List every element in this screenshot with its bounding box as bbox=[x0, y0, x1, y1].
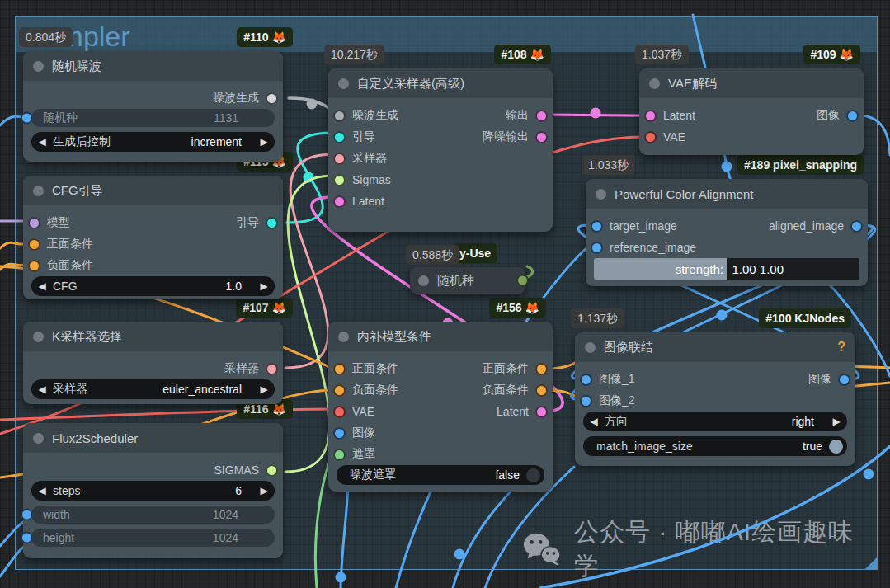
input-slot-dot-icon[interactable] bbox=[591, 242, 603, 254]
output-slot[interactable]: aligned_image bbox=[769, 219, 863, 233]
input-slot[interactable]: 图像_1 bbox=[580, 372, 635, 387]
input-slot-dot-icon[interactable] bbox=[333, 449, 346, 461]
input-slot[interactable]: VAE bbox=[333, 405, 374, 418]
input-slot[interactable]: Latent bbox=[333, 195, 384, 208]
node-graph-canvas[interactable]: Sampler 公众号 · 嘟嘟AI绘画趣味学 #110 🦊0.804秒#115… bbox=[0, 0, 890, 588]
combo-next-icon[interactable]: ▶ bbox=[253, 383, 275, 395]
node-titlebar[interactable]: 内补模型条件 bbox=[328, 322, 553, 351]
input-slot[interactable]: 正面条件 bbox=[333, 361, 398, 376]
input-slot-dot-icon[interactable] bbox=[580, 374, 592, 386]
input-slot[interactable]: reference_image bbox=[591, 241, 696, 254]
node-titlebar[interactable]: 自定义采样器(高级) bbox=[328, 68, 553, 98]
output-slot[interactable]: 采样器 bbox=[224, 361, 278, 376]
node-inpaint-model-conditioning[interactable]: 内补模型条件正面条件正面条件负面条件负面条件VAELatent图像遮罩噪波遮罩f… bbox=[328, 322, 553, 492]
output-slot[interactable]: 图像 bbox=[817, 108, 859, 123]
input-slot-dot-icon[interactable] bbox=[644, 131, 657, 143]
input-slot-dot-icon[interactable] bbox=[580, 395, 592, 407]
node-titlebar[interactable]: K采样器选择 bbox=[23, 322, 283, 351]
number-widget-height[interactable]: height1024 bbox=[31, 529, 275, 547]
input-slot[interactable]: 正面条件 bbox=[28, 237, 93, 252]
input-slot[interactable]: 噪波生成 bbox=[333, 108, 398, 123]
combo-widget-采样器[interactable]: ◀采样器euler_ancestral▶ bbox=[31, 379, 275, 399]
input-slot[interactable]: 引导 bbox=[333, 129, 375, 144]
input-slot-dot-icon[interactable] bbox=[21, 112, 33, 125]
node-seed-collapsed[interactable]: 随机种 bbox=[410, 267, 525, 294]
combo-widget-方向[interactable]: ◀方向right▶ bbox=[583, 412, 847, 431]
collapse-dot-icon[interactable] bbox=[338, 78, 349, 89]
number-widget-width[interactable]: width1024 bbox=[31, 506, 275, 524]
input-slot[interactable]: Latent bbox=[644, 109, 695, 122]
combo-widget-CFG[interactable]: ◀CFG1.0▶ bbox=[31, 276, 275, 296]
node-titlebar[interactable]: CFG引导 bbox=[23, 176, 283, 205]
input-slot[interactable]: 模型 bbox=[28, 215, 70, 230]
combo-next-icon[interactable]: ▶ bbox=[253, 136, 275, 148]
node-titlebar[interactable]: 图像联结? bbox=[575, 332, 855, 362]
output-slot-dot-icon[interactable] bbox=[850, 220, 863, 233]
node-image-concatenate[interactable]: 图像联结?图像_1图像图像_2◀方向right▶match_image_size… bbox=[575, 332, 855, 466]
combo-next-icon[interactable]: ▶ bbox=[253, 280, 275, 292]
output-slot[interactable]: 图像 bbox=[808, 372, 850, 387]
node-titlebar[interactable]: Flux2Scheduler bbox=[23, 423, 283, 453]
output-slot-dot-icon[interactable] bbox=[846, 110, 859, 122]
toggle-widget-噪波遮罩[interactable]: 噪波遮罩false bbox=[337, 465, 544, 485]
output-slot-dot-icon[interactable] bbox=[266, 217, 278, 229]
combo-next-icon[interactable]: ▶ bbox=[253, 485, 275, 496]
node-random-noise[interactable]: 随机噪波噪波生成随机种1131◀生成后控制increment▶ bbox=[23, 51, 283, 162]
input-slot-dot-icon[interactable] bbox=[28, 260, 40, 272]
input-slot-dot-icon[interactable] bbox=[644, 110, 657, 122]
combo-prev-icon[interactable]: ◀ bbox=[31, 383, 53, 395]
output-slot-dot-icon[interactable] bbox=[535, 110, 548, 122]
combo-prev-icon[interactable]: ◀ bbox=[31, 136, 53, 148]
input-slot-dot-icon[interactable] bbox=[28, 217, 40, 229]
combo-prev-icon[interactable]: ◀ bbox=[31, 280, 53, 292]
input-slot-dot-icon[interactable] bbox=[333, 131, 346, 143]
toggle-widget-match_image_size[interactable]: match_image_sizetrue bbox=[583, 436, 847, 456]
output-slot[interactable]: 正面条件 bbox=[483, 361, 548, 376]
collapse-dot-icon[interactable] bbox=[596, 189, 606, 200]
combo-widget-steps[interactable]: ◀steps6▶ bbox=[31, 481, 275, 501]
collapse-dot-icon[interactable] bbox=[33, 61, 44, 72]
output-slot[interactable]: 降噪输出 bbox=[483, 129, 548, 144]
collapse-dot-icon[interactable] bbox=[338, 332, 349, 342]
combo-widget-生成后控制[interactable]: ◀生成后控制increment▶ bbox=[31, 132, 275, 152]
collapse-dot-icon[interactable] bbox=[585, 342, 596, 353]
number-widget-随机种[interactable]: 随机种1131 bbox=[31, 109, 275, 127]
input-slot[interactable]: 图像 bbox=[333, 426, 375, 440]
help-icon[interactable]: ? bbox=[837, 340, 845, 355]
node-titlebar[interactable]: 随机噪波 bbox=[23, 51, 283, 81]
output-slot-dot-icon[interactable] bbox=[516, 275, 529, 287]
input-slot-dot-icon[interactable] bbox=[591, 220, 603, 233]
node-vae-decode[interactable]: VAE解码Latent图像VAE bbox=[639, 68, 864, 155]
toggle-knob-icon[interactable] bbox=[829, 440, 843, 454]
node-flux2scheduler[interactable]: Flux2SchedulerSIGMAS◀steps6▶width1024hei… bbox=[23, 423, 283, 558]
collapse-dot-icon[interactable] bbox=[33, 433, 44, 444]
output-slot[interactable]: 输出 bbox=[506, 108, 548, 123]
input-slot[interactable]: target_image bbox=[591, 219, 677, 233]
group-titlebar[interactable]: Sampler bbox=[16, 17, 877, 52]
collapse-dot-icon[interactable] bbox=[649, 78, 660, 89]
input-slot[interactable]: 遮罩 bbox=[333, 447, 375, 462]
collapse-dot-icon[interactable] bbox=[33, 186, 44, 196]
output-slot-dot-icon[interactable] bbox=[535, 363, 548, 375]
output-slot-dot-icon[interactable] bbox=[266, 92, 278, 105]
input-slot[interactable]: 负面条件 bbox=[28, 258, 93, 273]
input-slot[interactable]: 图像_2 bbox=[580, 393, 635, 408]
input-slot-dot-icon[interactable] bbox=[333, 195, 346, 208]
input-slot-dot-icon[interactable] bbox=[28, 238, 40, 251]
link-midpoint-dot[interactable] bbox=[336, 572, 346, 583]
input-slot-dot-icon[interactable] bbox=[333, 363, 346, 375]
output-slot-dot-icon[interactable] bbox=[266, 464, 278, 477]
combo-next-icon[interactable]: ▶ bbox=[826, 416, 847, 427]
collapse-dot-icon[interactable] bbox=[418, 275, 429, 286]
input-slot-dot-icon[interactable] bbox=[333, 427, 346, 440]
input-slot-dot-icon[interactable] bbox=[333, 153, 346, 165]
combo-prev-icon[interactable]: ◀ bbox=[583, 416, 605, 427]
output-slot-dot-icon[interactable] bbox=[535, 384, 548, 397]
slider-widget-strength[interactable]: strength:1.00 1.00 bbox=[594, 258, 859, 280]
output-slot[interactable]: 负面条件 bbox=[483, 383, 548, 397]
combo-prev-icon[interactable]: ◀ bbox=[31, 485, 53, 496]
input-slot-dot-icon[interactable] bbox=[21, 509, 33, 521]
node-ksampler-select[interactable]: K采样器选择采样器◀采样器euler_ancestral▶ bbox=[23, 322, 283, 404]
output-slot[interactable]: Latent bbox=[497, 405, 548, 418]
input-slot-dot-icon[interactable] bbox=[21, 532, 33, 544]
